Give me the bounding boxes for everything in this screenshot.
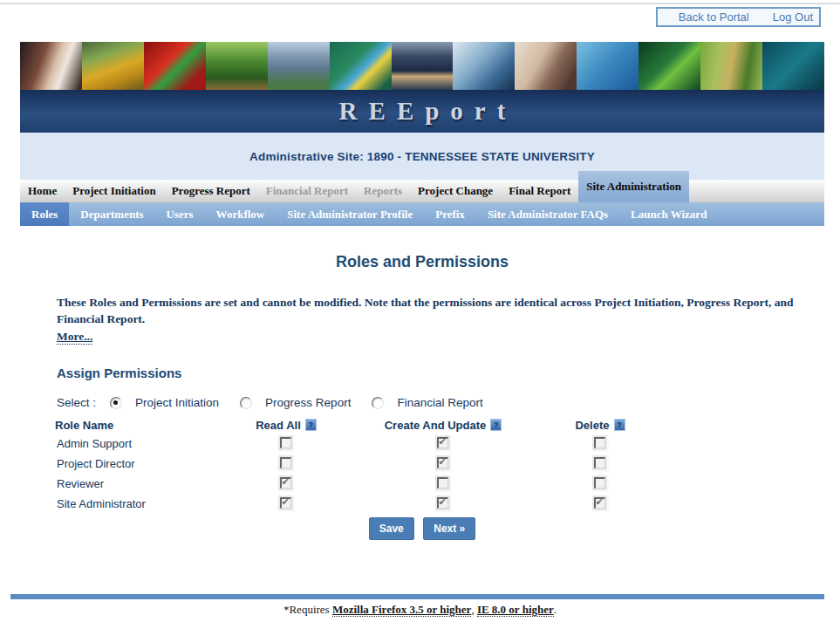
role-label-site-administrator: Site Administrator bbox=[55, 494, 221, 514]
checkbox-reviewer-delete[interactable] bbox=[594, 477, 605, 489]
table-cell bbox=[221, 494, 352, 514]
subnav-departments[interactable]: Departments bbox=[69, 202, 154, 226]
help-icon[interactable] bbox=[614, 419, 625, 431]
photo-sunlit-forest bbox=[206, 42, 268, 90]
checkbox-project-director-read-all[interactable] bbox=[280, 457, 291, 468]
firefox-link[interactable]: Mozilla Firefox 3.5 or higher bbox=[332, 603, 471, 617]
help-icon[interactable] bbox=[490, 419, 502, 431]
next-button[interactable]: Next » bbox=[423, 517, 475, 540]
radio-option-project-initiation[interactable]: Project Initiation bbox=[110, 396, 219, 409]
checkbox-frame bbox=[592, 475, 609, 492]
photo-microscope-scientist bbox=[515, 42, 577, 90]
photo-dolphins bbox=[577, 42, 639, 90]
checkbox-reviewer-read-all[interactable] bbox=[280, 477, 291, 489]
checkbox-site-administrator-create-and-update[interactable] bbox=[437, 497, 448, 509]
subnav-site-administrator-profile[interactable]: Site Administrator Profile bbox=[276, 202, 424, 226]
footer-prefix: *Requires bbox=[283, 603, 332, 616]
role-label-reviewer: Reviewer bbox=[55, 474, 221, 494]
create-and-update-header: Create And Update bbox=[352, 416, 535, 434]
top-divider bbox=[0, 3, 840, 4]
tab-home[interactable]: Home bbox=[20, 180, 65, 202]
table-cell bbox=[535, 494, 666, 514]
photo-cows-at-pond bbox=[392, 42, 454, 90]
radio-option-financial-report[interactable]: Financial Report bbox=[372, 396, 482, 409]
form-buttons: Save Next » bbox=[20, 517, 824, 540]
checkbox-frame bbox=[278, 435, 295, 452]
checkbox-admin-support-read-all[interactable] bbox=[280, 437, 291, 448]
tab-progress-report[interactable]: Progress Report bbox=[164, 180, 258, 202]
checkbox-frame bbox=[435, 455, 452, 472]
table-cell bbox=[352, 454, 535, 474]
footer-suffix: . bbox=[554, 603, 557, 616]
table-cell bbox=[352, 474, 535, 494]
photo-strip bbox=[20, 42, 824, 90]
report-type-select-row: Select : Project Initiation Progress Rep… bbox=[57, 396, 824, 409]
sub-nav: Roles Departments Users Workflow Site Ad… bbox=[20, 202, 824, 226]
checkbox-project-director-delete[interactable] bbox=[594, 457, 605, 468]
radio-label: Project Initiation bbox=[135, 396, 219, 409]
radio-label: Financial Report bbox=[397, 396, 482, 409]
role-name-header: Role Name bbox=[55, 416, 221, 434]
checkbox-frame bbox=[278, 475, 295, 492]
subnav-users[interactable]: Users bbox=[155, 202, 205, 226]
photo-teal-coast bbox=[762, 42, 824, 90]
main-nav: Home Project Initiation Progress Report … bbox=[20, 180, 824, 202]
checkbox-admin-support-delete[interactable] bbox=[594, 437, 605, 448]
intro-text: These Roles and Permissions are set and … bbox=[57, 294, 823, 327]
checkbox-frame bbox=[592, 496, 609, 512]
checkbox-frame bbox=[435, 475, 452, 492]
more-link[interactable]: More... bbox=[57, 330, 92, 345]
tab-financial-report: Financial Report bbox=[258, 180, 356, 202]
column-label: Delete bbox=[575, 419, 609, 432]
photo-excavator bbox=[82, 42, 144, 90]
subnav-launch-wizard[interactable]: Launch Wizard bbox=[619, 202, 718, 226]
radio-project-initiation[interactable] bbox=[110, 397, 122, 409]
table-cell bbox=[221, 454, 352, 474]
checkbox-reviewer-create-and-update[interactable] bbox=[437, 477, 448, 489]
radio-label: Progress Report bbox=[265, 396, 351, 409]
checkbox-site-administrator-read-all[interactable] bbox=[280, 497, 291, 509]
table-cell bbox=[221, 434, 352, 454]
select-label: Select : bbox=[57, 396, 96, 409]
subnav-site-administrator-faqs[interactable]: Site Administrator FAQs bbox=[476, 202, 619, 226]
tab-site-administration[interactable]: Site Administration bbox=[578, 171, 689, 202]
tab-project-initiation[interactable]: Project Initiation bbox=[65, 180, 163, 202]
checkbox-admin-support-create-and-update[interactable] bbox=[437, 437, 448, 448]
table-cell bbox=[352, 434, 535, 454]
session-links-box: Back to Portal Log Out bbox=[656, 7, 821, 27]
checkbox-frame bbox=[278, 496, 295, 512]
subnav-prefix[interactable]: Prefix bbox=[424, 202, 476, 226]
checkbox-site-administrator-delete[interactable] bbox=[594, 497, 605, 509]
radio-progress-report[interactable] bbox=[240, 397, 252, 409]
admin-site-band: Administrative Site: 1890 - TENNESSEE ST… bbox=[20, 133, 824, 180]
table-cell bbox=[221, 474, 352, 494]
subnav-roles[interactable]: Roles bbox=[20, 202, 69, 226]
subnav-workflow[interactable]: Workflow bbox=[205, 202, 277, 226]
log-out-link[interactable]: Log Out bbox=[773, 10, 813, 24]
back-to-portal-link[interactable]: Back to Portal bbox=[679, 10, 749, 24]
tab-project-change[interactable]: Project Change bbox=[410, 180, 501, 202]
permissions-table: Role Name Read All Create And Update Del… bbox=[55, 416, 824, 514]
column-label: Create And Update bbox=[385, 419, 487, 432]
tab-final-report[interactable]: Final Report bbox=[501, 180, 578, 202]
read-all-header: Read All bbox=[221, 416, 352, 434]
photo-green-snake bbox=[639, 42, 700, 90]
ie-link[interactable]: IE 8.0 or higher bbox=[477, 603, 554, 617]
save-button[interactable]: Save bbox=[369, 517, 414, 540]
table-cell bbox=[535, 454, 666, 474]
radio-financial-report[interactable] bbox=[372, 397, 384, 409]
table-cell bbox=[352, 494, 535, 514]
photo-red-flowers-frog bbox=[144, 42, 206, 90]
tab-reports: Reports bbox=[356, 180, 410, 202]
help-icon[interactable] bbox=[305, 419, 317, 431]
radio-option-progress-report[interactable]: Progress Report bbox=[240, 396, 351, 409]
delete-header: Delete bbox=[535, 416, 666, 434]
footer-separator: , bbox=[471, 603, 477, 616]
admin-site-title: Administrative Site: 1890 - TENNESSEE ST… bbox=[249, 150, 595, 163]
photo-blue-tit-bird bbox=[330, 42, 392, 90]
assign-permissions-heading: Assign Permissions bbox=[57, 366, 824, 380]
checkbox-project-director-create-and-update[interactable] bbox=[437, 457, 448, 468]
photo-aerial-farmland bbox=[700, 42, 762, 90]
checkbox-frame bbox=[592, 435, 609, 452]
reeport-admin-page: Back to Portal Log Out REEport Administr… bbox=[0, 0, 840, 622]
